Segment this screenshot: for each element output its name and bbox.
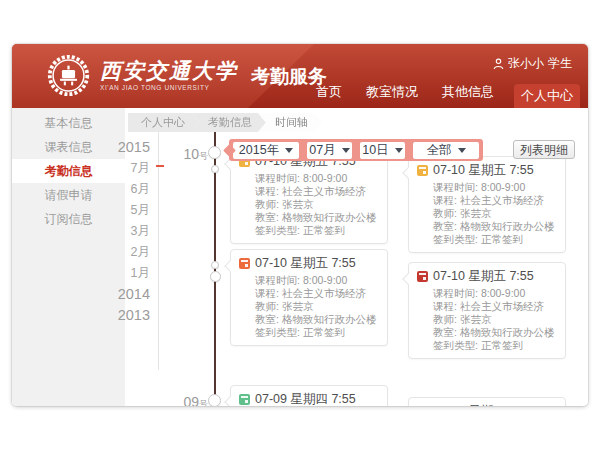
attendance-card[interactable]: 07-10 星期五 7:55 课程时间:8:00-9:00 课程:社会主义市场经…	[230, 147, 388, 244]
crumb-attendance-info[interactable]: 考勤信息	[191, 113, 266, 132]
axis-month-7[interactable]: 7月	[108, 158, 150, 179]
timeline-node	[208, 394, 221, 406]
signin-status-calendar-icon	[239, 258, 250, 269]
app-window: 西安交通大学 XI'AN JIAO TONG UNIVERSITY 考勤服务 张…	[12, 44, 588, 406]
card-title: 07-09 星期四 7:55	[433, 403, 534, 406]
university-emblem-icon	[46, 53, 91, 98]
crumb-personal-center[interactable]: 个人中心	[128, 113, 199, 132]
nav-item-other-info[interactable]: 其他信息	[430, 83, 506, 108]
card-field: 教室:格物致知行政办公楼	[417, 220, 557, 233]
axis-month-2[interactable]: 2月	[108, 242, 150, 263]
user-role: 学生	[548, 55, 572, 72]
card-field: 课程时间:8:00-9:00	[417, 287, 557, 300]
university-name: 西安交通大学 XI'AN JIAO TONG UNIVERSITY	[100, 60, 238, 92]
nav-item-personal-center[interactable]: 个人中心	[514, 84, 580, 108]
sidebar-item-basic-info[interactable]: 基本信息	[12, 111, 125, 135]
card-field: 课程:社会主义市场经济	[417, 300, 557, 313]
card-pointer	[402, 273, 413, 284]
card-title: 07-10 星期五 7:55	[255, 255, 356, 272]
card-field: 签到类型:正常签到	[239, 224, 379, 237]
person-icon	[493, 58, 504, 70]
chevron-down-icon	[395, 148, 403, 153]
brand: 西安交通大学 XI'AN JIAO TONG UNIVERSITY 考勤服务	[46, 53, 327, 98]
chevron-down-icon	[285, 148, 293, 153]
card-title: 07-10 星期五 7:55	[433, 268, 534, 285]
attendance-card[interactable]: 07-10 星期五 7:55 课程时间:8:00-9:00 课程:社会主义市场经…	[408, 156, 566, 253]
active-month-tick	[156, 165, 164, 167]
day-dropdown[interactable]: 10日	[360, 142, 405, 159]
card-field: 签到类型:正常签到	[239, 326, 379, 339]
university-name-en: XI'AN JIAO TONG UNIVERSITY	[100, 85, 238, 92]
attendance-card[interactable]: 07-10 星期五 7:55 课程时间:8:00-9:00 课程:社会主义市场经…	[408, 262, 566, 359]
card-pointer	[402, 167, 413, 178]
app-header: 西安交通大学 XI'AN JIAO TONG UNIVERSITY 考勤服务 张…	[12, 44, 588, 108]
chevron-down-icon	[458, 148, 466, 153]
axis-year-2014[interactable]: 2014	[108, 284, 150, 305]
card-pointer	[224, 260, 235, 271]
card-field: 教师:张芸京	[417, 313, 557, 326]
card-field: 课程:社会主义市场经济	[239, 185, 379, 198]
card-field: 课程:社会主义市场经济	[239, 287, 379, 300]
attendance-card[interactable]: 07-10 星期五 7:55 课程时间:8:00-9:00 课程:社会主义市场经…	[230, 249, 388, 346]
card-field: 课程时间:8:00-9:00	[417, 181, 557, 194]
timeline-node	[211, 261, 219, 269]
axis-month-1[interactable]: 1月	[108, 263, 150, 284]
timeline-axis: 20157月6月5月3月2月1月20142013	[108, 137, 154, 326]
content-area: 基本信息课表信息考勤信息请假申请订阅信息 个人中心考勤信息时间轴 20157月6…	[12, 108, 588, 406]
page: 西安交通大学 XI'AN JIAO TONG UNIVERSITY 考勤服务 张…	[0, 0, 600, 450]
card-field: 教师:张芸京	[417, 207, 557, 220]
crumb-timeline[interactable]: 时间轴	[258, 113, 322, 132]
attendance-card[interactable]: 07-09 星期四 7:55 课程时间:8:00-9:00 课程:社会主义市场经…	[408, 397, 566, 406]
nav-item-classroom-status[interactable]: 教室情况	[354, 83, 430, 108]
date-filter-bar: 2015年 07月 10日 全部	[229, 139, 483, 161]
axis-month-6[interactable]: 6月	[108, 179, 150, 200]
axis-year-2013[interactable]: 2013	[108, 305, 150, 326]
card-field: 教室:格物致知行政办公楼	[417, 326, 557, 339]
card-field: 教室:格物致知行政办公楼	[239, 313, 379, 326]
list-detail-button[interactable]: 列表明细	[513, 140, 575, 159]
card-field: 课程:社会主义市场经济	[417, 194, 557, 207]
year-dropdown[interactable]: 2015年	[233, 142, 299, 159]
timeline-node	[211, 165, 219, 173]
user-name: 张小小	[508, 55, 544, 72]
axis-month-3[interactable]: 3月	[108, 221, 150, 242]
card-title: 07-09 星期四 7:55	[255, 391, 356, 406]
timeline-node	[210, 271, 221, 282]
axis-separator	[158, 132, 159, 370]
nav-item-home[interactable]: 首页	[304, 83, 354, 108]
user-menu[interactable]: 张小小 学生	[493, 55, 572, 72]
timeline-line	[214, 132, 216, 406]
axis-year-2015[interactable]: 2015	[108, 137, 150, 158]
attendance-card[interactable]: 07-09 星期四 7:55 课程时间:8:00-9:00 课程:社会主义市场经…	[230, 385, 388, 406]
card-title: 07-10 星期五 7:55	[433, 162, 534, 179]
day-marker: 09号	[162, 393, 208, 406]
signin-status-calendar-icon	[417, 271, 428, 282]
main-nav: 首页教室情况其他信息个人中心	[304, 83, 580, 108]
day-marker: 10号	[162, 145, 208, 163]
signin-status-calendar-icon	[417, 165, 428, 176]
university-name-cn: 西安交通大学	[100, 60, 238, 81]
type-dropdown[interactable]: 全部	[413, 142, 479, 159]
month-dropdown[interactable]: 07月	[307, 142, 352, 159]
timeline-node	[208, 146, 221, 159]
signin-status-calendar-icon	[239, 394, 250, 405]
card-field: 课程时间:8:00-9:00	[239, 172, 379, 185]
card-field: 课程时间:8:00-9:00	[239, 274, 379, 287]
axis-month-5[interactable]: 5月	[108, 200, 150, 221]
card-field: 签到类型:正常签到	[417, 339, 557, 352]
card-field: 签到类型:正常签到	[417, 233, 557, 246]
card-field: 教师:张芸京	[239, 300, 379, 313]
card-field: 教师:张芸京	[239, 198, 379, 211]
breadcrumb: 个人中心考勤信息时间轴	[128, 113, 322, 132]
card-field: 教室:格物致知行政办公楼	[239, 211, 379, 224]
chevron-down-icon	[342, 148, 350, 153]
card-pointer	[224, 396, 235, 406]
